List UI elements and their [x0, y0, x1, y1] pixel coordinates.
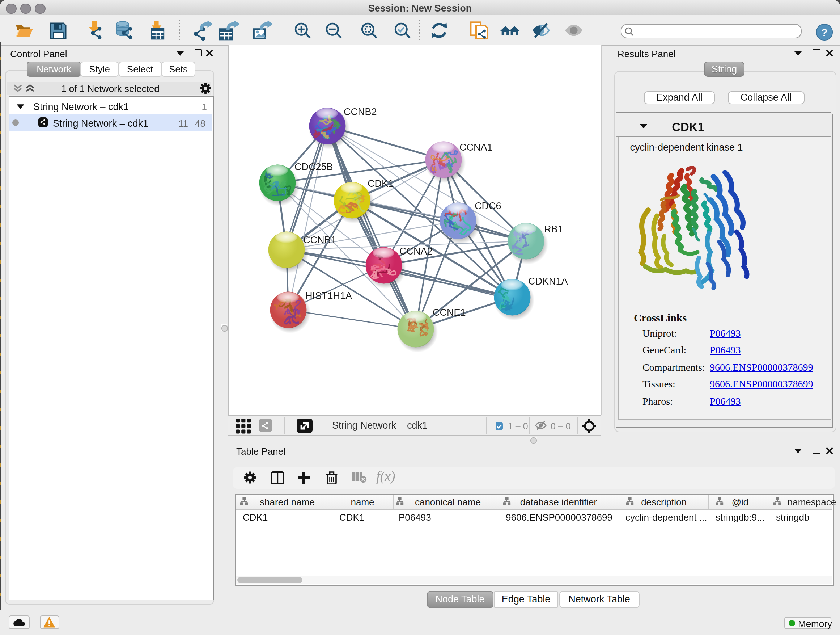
svg-text:CCNB1: CCNB1: [303, 234, 336, 245]
svg-text:CDKN1A: CDKN1A: [528, 276, 568, 287]
svg-text:HIST1H1A: HIST1H1A: [305, 290, 352, 301]
svg-text:CCNA2: CCNA2: [399, 246, 433, 257]
svg-text:CDC6: CDC6: [475, 201, 501, 211]
svg-text:CCNA1: CCNA1: [459, 142, 493, 153]
svg-text:CDK1: CDK1: [368, 178, 393, 189]
svg-text:CCNE1: CCNE1: [433, 307, 466, 318]
svg-text:CDC25B: CDC25B: [294, 162, 333, 172]
svg-text:CCNB2: CCNB2: [344, 106, 377, 117]
svg-text:RB1: RB1: [544, 224, 563, 234]
